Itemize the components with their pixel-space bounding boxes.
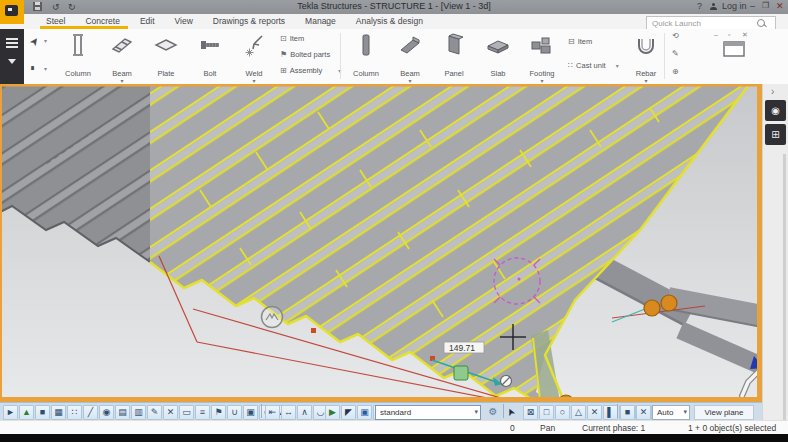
drag-and-drop-icon[interactable]: ➤ bbox=[502, 403, 521, 422]
tab-manage[interactable]: Manage bbox=[295, 14, 346, 29]
free-snap-icon[interactable]: ✎ bbox=[147, 405, 162, 420]
tab-edit[interactable]: Edit bbox=[130, 14, 165, 29]
concrete-beam-button[interactable]: Beam ▾ bbox=[388, 29, 432, 81]
minimize-button[interactable]: – bbox=[750, 1, 755, 11]
login-button[interactable]: Log in bbox=[722, 1, 747, 11]
tekla-structures-window: Tekla Structures - STRUCTURE 1 - [View 1… bbox=[0, 0, 788, 442]
snap-point-icon[interactable]: ■ bbox=[35, 405, 50, 420]
snap-dot bbox=[311, 328, 316, 333]
snap-box-icon[interactable]: ▣ bbox=[243, 405, 258, 420]
help-icon[interactable]: ? bbox=[697, 1, 702, 11]
select-cursor-icon[interactable]: ► bbox=[3, 405, 18, 420]
ribbon-collapse-strip[interactable] bbox=[0, 29, 24, 84]
item-icon: ⊡ bbox=[280, 34, 287, 43]
close-button[interactable]: ✕ bbox=[776, 1, 784, 11]
side-pane-scrollbar[interactable] bbox=[783, 154, 786, 442]
select-parts-icon[interactable]: □ bbox=[539, 405, 554, 420]
select-pointer-icon[interactable]: ➤ bbox=[27, 34, 43, 49]
select-points-icon[interactable]: ○ bbox=[555, 405, 570, 420]
concrete-footing-button[interactable]: Footing ▾ bbox=[520, 29, 564, 81]
snap-horizontal-icon[interactable]: ↔ bbox=[281, 405, 296, 420]
tab-analysis-design[interactable]: Analysis & design bbox=[346, 14, 433, 29]
measure-tool-icon[interactable]: ⊕ bbox=[672, 67, 679, 76]
tekla-logo-dot bbox=[8, 8, 12, 11]
steel-beam-icon bbox=[109, 32, 135, 58]
select-cuts-icon[interactable]: ▌ bbox=[603, 405, 618, 420]
point-tool-icon[interactable]: ∎ bbox=[30, 63, 35, 72]
select-welds-icon[interactable]: ✕ bbox=[587, 405, 602, 420]
cast-unit-icon: ∷ bbox=[568, 61, 573, 70]
filter-settings-gear-icon[interactable]: ⚙ bbox=[486, 405, 500, 419]
select-surfaces-icon[interactable]: △ bbox=[571, 405, 586, 420]
user-icon[interactable] bbox=[710, 3, 717, 10]
statusbar: 0 Pan Current phase: 1 1 + 0 object(s) s… bbox=[0, 420, 788, 435]
tab-drawings-reports[interactable]: Drawings & reports bbox=[203, 14, 295, 29]
steel-plate-icon bbox=[153, 32, 179, 58]
pointer-dropdown-caret[interactable]: ▾ bbox=[44, 37, 47, 44]
steel-column-button[interactable]: Column bbox=[56, 29, 100, 81]
select-filter-green-icon[interactable]: ▶ bbox=[325, 405, 340, 420]
file-menu-button[interactable] bbox=[0, 0, 24, 24]
concrete-slab-button[interactable]: Slab bbox=[476, 29, 520, 81]
select-objects-in-assemblies-icon[interactable]: ✕ bbox=[636, 405, 651, 420]
rotate-tool-icon[interactable]: ⟲ bbox=[672, 31, 679, 40]
bolted-parts-icon: ⚑ bbox=[280, 50, 287, 59]
bolted-parts-button[interactable]: ⚑Bolted parts bbox=[280, 50, 330, 59]
view-plane-button[interactable]: View plane bbox=[694, 405, 754, 420]
snap-grid-icon[interactable]: ▦ bbox=[51, 405, 66, 420]
applications-components-button[interactable]: ◉ bbox=[765, 100, 786, 121]
concrete-column-icon bbox=[353, 32, 379, 58]
steel-beam-button[interactable]: Beam ▾ bbox=[100, 29, 144, 81]
snap-intersection-icon[interactable]: ✕ bbox=[163, 405, 178, 420]
side-pane-expand-chevron[interactable]: › bbox=[771, 86, 774, 97]
redo-icon[interactable]: ↻ bbox=[68, 2, 76, 12]
weld-icon bbox=[241, 32, 267, 58]
brick-item-icon: ⊟ bbox=[568, 37, 575, 46]
select-assemblies-icon[interactable]: ■ bbox=[620, 405, 635, 420]
grid-plane-icon[interactable]: ▥ bbox=[131, 405, 146, 420]
snap-end-icon[interactable]: ⇤ bbox=[265, 405, 280, 420]
status-mode: Pan bbox=[540, 423, 555, 433]
concrete-column-button[interactable]: Column bbox=[344, 29, 388, 81]
side-pane-grid-button[interactable]: ⊞ bbox=[765, 124, 786, 145]
model-viewport-canvas[interactable]: 149.71 bbox=[0, 84, 762, 402]
select-box-blue-icon[interactable]: ▣ bbox=[357, 405, 372, 420]
snap-line-icon[interactable]: ╱ bbox=[83, 405, 98, 420]
ortho-icon[interactable]: ∧ bbox=[297, 405, 312, 420]
save-icon[interactable] bbox=[33, 2, 42, 11]
draw-tool-icon[interactable]: ✎ bbox=[672, 49, 679, 58]
snap-rect-icon[interactable]: ▭ bbox=[179, 405, 194, 420]
steel-item-button[interactable]: ⊡Item bbox=[280, 34, 304, 43]
depth-auto-combo[interactable]: Auto ▾ bbox=[652, 405, 690, 420]
steel-bolt-button[interactable]: Bolt bbox=[188, 29, 232, 81]
tab-view[interactable]: View bbox=[165, 14, 203, 29]
window-button[interactable]: Window ▾ bbox=[712, 35, 756, 87]
rebar-button[interactable]: Rebar ▾ bbox=[624, 29, 668, 81]
snap-cone-icon[interactable]: ▲ bbox=[19, 405, 34, 420]
undo-icon[interactable]: ↺ bbox=[52, 2, 60, 12]
grid-icon[interactable]: ▤ bbox=[115, 405, 130, 420]
quick-launch-placeholder: Quick Launch bbox=[652, 19, 701, 28]
assembly-button[interactable]: ⊞Assembly ▾ bbox=[280, 66, 341, 75]
concrete-item-button[interactable]: ⊟Item bbox=[568, 37, 592, 46]
steel-plate-button[interactable]: Plate bbox=[144, 29, 188, 81]
ribbon-separator bbox=[340, 33, 341, 79]
steel-weld-button[interactable]: Weld ▾ bbox=[232, 29, 276, 81]
snap-sphere-icon[interactable]: ◉ bbox=[99, 405, 114, 420]
select-all-icon[interactable]: ⊠ bbox=[523, 405, 538, 420]
snap-arc-icon[interactable]: ∪ bbox=[227, 405, 242, 420]
toolbar-separator bbox=[261, 404, 262, 418]
ribbon-separator bbox=[664, 33, 665, 79]
selection-filter-combo[interactable]: standard ▾ bbox=[375, 405, 481, 420]
point-dropdown-caret[interactable]: ▾ bbox=[44, 65, 47, 72]
titlebar: Tekla Structures - STRUCTURE 1 - [View 1… bbox=[0, 0, 788, 14]
drag-handle[interactable] bbox=[454, 366, 468, 380]
select-cursor-dark-icon[interactable]: ◤ bbox=[341, 405, 356, 420]
cast-unit-caret: ▾ bbox=[616, 63, 619, 69]
snap-lines-icon[interactable]: ≡ bbox=[195, 405, 210, 420]
cast-unit-button[interactable]: ∷Cast unit ▾ bbox=[568, 61, 619, 70]
concrete-panel-button[interactable]: Panel bbox=[432, 29, 476, 81]
snap-dots-icon[interactable]: ∷ bbox=[67, 405, 82, 420]
snap-flag-icon[interactable]: ⚑ bbox=[211, 405, 226, 420]
restore-button[interactable]: ❐ bbox=[762, 1, 769, 10]
